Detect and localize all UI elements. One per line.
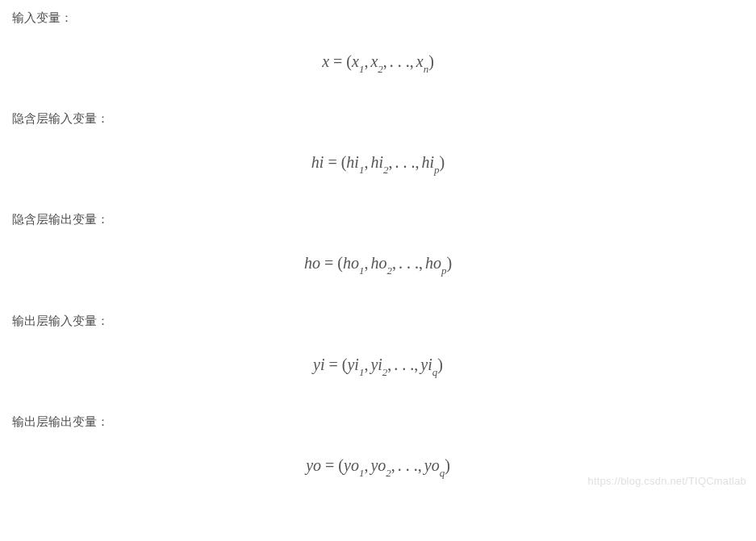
elem-ho2-sub: 2: [386, 264, 392, 277]
comma: ,: [392, 254, 396, 272]
formula-hidden-input-var: hi=(hi1,hi2,. . .,hip): [12, 151, 744, 176]
var-yo: yo: [306, 456, 321, 474]
comma: ,: [418, 456, 422, 474]
elem-yi2-sub: 2: [382, 366, 388, 378]
label-hidden-input-var: 隐含层输入变量：: [12, 109, 744, 128]
elem-yi1-base: yi: [347, 356, 358, 373]
right-paren: ): [445, 456, 450, 474]
section-output-input-var: 输出层输入变量： yi=(yi1,yi2,. . .,yiq): [12, 311, 744, 378]
elem-yo2-base: yo: [370, 456, 386, 474]
comma: ,: [364, 52, 368, 70]
right-paren: ): [440, 153, 445, 171]
elem-x1-base: x: [352, 52, 359, 70]
right-paren: ): [428, 52, 434, 70]
elem-yiq-sub: q: [432, 366, 438, 378]
comma: ,: [364, 456, 368, 474]
elem-yo1-sub: 1: [359, 467, 365, 479]
ellipsis: . . .: [398, 456, 418, 474]
elem-hip-base: hi: [421, 153, 434, 171]
elem-hi1-sub: 1: [359, 164, 365, 176]
elem-yi1-sub: 1: [359, 366, 365, 378]
elem-ho1-sub: 1: [359, 264, 365, 277]
section-output-output-var: 输出层输出变量： yo=(yo1,yo2,. . .,yoq): [12, 412, 744, 479]
equals-sign: =: [325, 456, 334, 474]
comma: ,: [364, 254, 368, 272]
elem-x2-sub: 2: [378, 63, 383, 75]
var-hi: hi: [311, 153, 324, 171]
var-yi: yi: [313, 356, 324, 373]
elem-yiq-base: yi: [420, 356, 432, 373]
section-hidden-output-var: 隐含层输出变量： ho=(ho1,ho2,. . .,hop): [12, 210, 744, 277]
comma: ,: [415, 153, 419, 171]
elem-yoq-base: yo: [424, 456, 440, 474]
formula-hidden-output-var: ho=(ho1,ho2,. . .,hop): [12, 252, 744, 277]
ellipsis: . . .: [395, 153, 415, 171]
elem-hi1-base: hi: [346, 153, 359, 171]
comma: ,: [387, 356, 391, 373]
comma: ,: [414, 356, 418, 373]
elem-ho2-base: ho: [370, 254, 386, 272]
var-x: x: [322, 52, 329, 70]
formula-output-input-var: yi=(yi1,yi2,. . .,yiq): [12, 353, 744, 378]
comma: ,: [388, 153, 392, 171]
comma: ,: [364, 153, 368, 171]
elem-x2-base: x: [370, 52, 378, 70]
equals-sign: =: [324, 254, 333, 272]
ellipsis: . . .: [390, 52, 410, 70]
comma: ,: [383, 52, 387, 70]
left-paren: (: [337, 254, 343, 272]
section-input-var: 输入变量： x=(x1,x2,. . .,xn): [12, 8, 744, 75]
elem-xn-sub: n: [424, 63, 429, 75]
comma: ,: [364, 356, 368, 373]
elem-hop-base: ho: [425, 254, 441, 272]
comma: ,: [391, 456, 395, 474]
elem-yo1-base: yo: [344, 456, 359, 474]
ellipsis: . . .: [394, 356, 414, 373]
elem-hop-sub: p: [441, 264, 447, 277]
comma: ,: [419, 254, 423, 272]
section-hidden-input-var: 隐含层输入变量： hi=(hi1,hi2,. . .,hip): [12, 109, 744, 176]
left-paren: (: [346, 52, 352, 70]
label-input-var: 输入变量：: [12, 8, 744, 27]
elem-hip-sub: p: [434, 164, 440, 176]
elem-hi2-sub: 2: [383, 164, 389, 176]
right-paren: ): [437, 356, 443, 373]
left-paren: (: [338, 456, 344, 474]
equals-sign: =: [329, 356, 338, 373]
formula-input-var: x=(x1,x2,. . .,xn): [12, 50, 744, 75]
elem-ho1-base: ho: [343, 254, 359, 272]
equals-sign: =: [328, 153, 336, 171]
watermark-text: https://blog.csdn.net/TIQCmatlab: [588, 475, 746, 487]
var-ho: ho: [304, 254, 320, 272]
right-paren: ): [446, 254, 452, 272]
equals-sign: =: [333, 52, 342, 70]
label-hidden-output-var: 隐含层输出变量：: [12, 210, 744, 229]
elem-yi2-base: yi: [370, 356, 382, 373]
label-output-output-var: 输出层输出变量：: [12, 412, 744, 431]
comma: ,: [410, 52, 414, 70]
ellipsis: . . .: [399, 254, 419, 272]
elem-yoq-sub: q: [440, 467, 445, 479]
elem-x1-sub: 1: [359, 63, 365, 75]
elem-yo2-sub: 2: [386, 467, 391, 479]
label-output-input-var: 输出层输入变量：: [12, 311, 744, 331]
elem-hi2-base: hi: [370, 153, 383, 171]
elem-xn-base: x: [416, 52, 424, 70]
